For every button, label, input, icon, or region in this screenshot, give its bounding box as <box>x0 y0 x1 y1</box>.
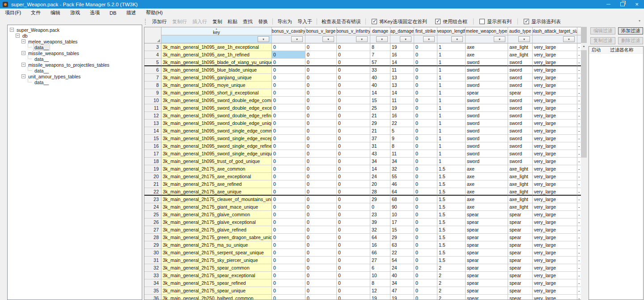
table-cell[interactable]: sword <box>466 104 508 112</box>
table-cell[interactable]: 1.5 <box>437 165 466 173</box>
table-cell[interactable]: 0 <box>305 158 337 165</box>
table-cell[interactable]: 47 <box>390 287 414 295</box>
menu-item[interactable]: DB <box>105 10 121 16</box>
table-cell[interactable]: sword <box>466 127 508 135</box>
table-cell[interactable]: spear <box>508 287 533 295</box>
row-header[interactable]: 7 <box>144 74 161 81</box>
table-cell[interactable]: 0 <box>414 51 437 59</box>
table-cell-key[interactable]: 3k_main_general_2h175_axe_common <box>161 165 272 173</box>
table-cell-key[interactable]: 3k_main_general_2h175_axe_unique <box>161 188 272 196</box>
table-cell-key[interactable]: 3k_main_general_2h175_giant_mace_unique <box>161 203 272 211</box>
toolbar-checkbox[interactable]: 显示筛选列表 <box>520 18 565 25</box>
table-cell[interactable]: 0 <box>305 211 337 219</box>
table-cell[interactable]: 1 <box>437 150 466 158</box>
table-cell[interactable]: spear <box>508 219 533 226</box>
filter-cell-audio_type[interactable]: ▾ <box>508 35 533 43</box>
table-cell[interactable]: 0 <box>272 158 305 165</box>
table-cell[interactable]: 0 <box>414 89 437 97</box>
tree-node-label[interactable]: super_Weapon.pack <box>16 27 60 33</box>
table-cell[interactable]: sword <box>508 66 533 74</box>
collapse-icon[interactable]: − <box>10 28 14 32</box>
table-cell[interactable]: 0 <box>337 295 370 300</box>
table-cell[interactable]: 43 <box>370 150 390 158</box>
tree-node-label[interactable]: data__ <box>34 56 50 62</box>
table-cell[interactable]: 64 <box>390 188 414 196</box>
table-cell[interactable]: very_large <box>533 104 577 112</box>
table-cell[interactable]: 20 <box>370 180 390 188</box>
table-cell[interactable]: 0 <box>414 81 437 89</box>
table-cell[interactable]: 0 <box>337 211 370 219</box>
table-cell[interactable]: 34 <box>390 279 414 287</box>
table-cell[interactable]: 0 <box>305 241 337 249</box>
table-cell[interactable]: 1 <box>437 135 466 142</box>
table-cell-key[interactable]: 3k_main_general_2h175_spear_exceptional <box>161 272 272 279</box>
table-cell-key[interactable]: 3k_main_general_2h175_spear_unique <box>161 287 272 295</box>
toolbar-button[interactable]: 检查表是否有错误 <box>319 18 364 25</box>
table-cell[interactable]: 0 <box>272 249 305 257</box>
table-cell[interactable]: spear <box>508 279 533 287</box>
table-cell[interactable]: axe <box>466 188 508 196</box>
table-cell[interactable]: 46 <box>390 180 414 188</box>
select-all-corner[interactable] <box>144 27 161 43</box>
table-cell[interactable]: sword <box>508 158 533 165</box>
vertical-scrollbar[interactable]: ▴ <box>581 27 587 300</box>
table-cell[interactable]: 0 <box>272 81 305 89</box>
table-cell[interactable]: 0 <box>305 142 337 150</box>
table-cell[interactable]: 0 <box>337 203 370 211</box>
table-cell[interactable]: 0 <box>414 226 437 234</box>
table-cell[interactable]: 14 <box>370 89 390 97</box>
table-cell[interactable]: spear <box>466 249 508 257</box>
checkbox-icon[interactable] <box>524 19 529 24</box>
table-cell[interactable]: spear <box>508 272 533 279</box>
row-header[interactable]: 26 <box>144 219 161 226</box>
table-cell[interactable]: axe <box>466 51 508 59</box>
table-cell[interactable]: 0 <box>305 135 337 142</box>
table-cell-key[interactable]: 3k_main_general_1h095_trust_of_god_uniqu… <box>161 158 272 165</box>
table-cell[interactable]: 0 <box>305 51 337 59</box>
table-cell[interactable]: 1 <box>437 66 466 74</box>
table-cell[interactable]: spear <box>466 279 508 287</box>
table-cell[interactable]: 25 <box>370 104 390 112</box>
table-cell[interactable]: 0 <box>414 158 437 165</box>
table-cell[interactable]: 0 <box>414 97 437 104</box>
table-cell[interactable]: 1 <box>437 158 466 165</box>
table-cell[interactable]: 0 <box>337 81 370 89</box>
table-cell[interactable]: very_large <box>533 142 577 150</box>
table-cell[interactable]: 1 <box>437 81 466 89</box>
table-cell[interactable]: 2 <box>437 264 466 272</box>
table-cell[interactable]: 1.5 <box>437 226 466 234</box>
row-header[interactable]: 34 <box>144 279 161 287</box>
table-cell[interactable]: spear <box>466 272 508 279</box>
table-cell[interactable]: sword <box>466 135 508 142</box>
table-cell[interactable]: 0 <box>272 211 305 219</box>
filter-cell-first_strike[interactable]: ▾ <box>414 35 437 43</box>
table-cell[interactable]: 0 <box>272 173 305 180</box>
column-header-bonus_v_infantry[interactable]: bonus_v_infantry <box>337 27 370 35</box>
table-cell[interactable]: 15 <box>370 97 390 104</box>
table-cell[interactable]: very_large <box>533 219 577 226</box>
row-header[interactable]: 15 <box>144 135 161 142</box>
table-cell[interactable]: very_large <box>533 74 577 81</box>
table-cell[interactable]: 0 <box>272 226 305 234</box>
table-cell-key[interactable]: 3k_main_general_1h095_sword_single_edge_… <box>161 135 272 142</box>
menu-item[interactable]: 编辑 <box>46 9 65 16</box>
table-cell[interactable]: spear <box>466 264 508 272</box>
table-cell[interactable]: sword <box>508 127 533 135</box>
table-cell[interactable]: 0 <box>337 142 370 150</box>
collapse-icon[interactable]: − <box>21 39 25 43</box>
tree-node[interactable]: data__ <box>8 56 142 62</box>
table-cell[interactable]: 0 <box>272 127 305 135</box>
table-cell[interactable]: spear <box>466 241 508 249</box>
table-cell[interactable]: 0 <box>414 66 437 74</box>
filter-cell-splash_attack_target_size[interactable]: ▾ <box>533 35 577 43</box>
table-cell[interactable]: sword <box>508 81 533 89</box>
menu-item[interactable]: 文件 <box>26 9 46 16</box>
table-cell[interactable]: 0 <box>272 104 305 112</box>
table-cell[interactable]: 32 <box>390 165 414 173</box>
table-cell[interactable]: 13 <box>390 74 414 81</box>
table-cell-key[interactable]: 3k_main_general_2h175_spear_common <box>161 264 272 272</box>
table-cell[interactable]: 1 <box>437 142 466 150</box>
table-cell[interactable]: 1.5 <box>437 173 466 180</box>
table-cell[interactable]: 10 <box>390 211 414 219</box>
table-cell[interactable]: axe_light <box>508 173 533 180</box>
